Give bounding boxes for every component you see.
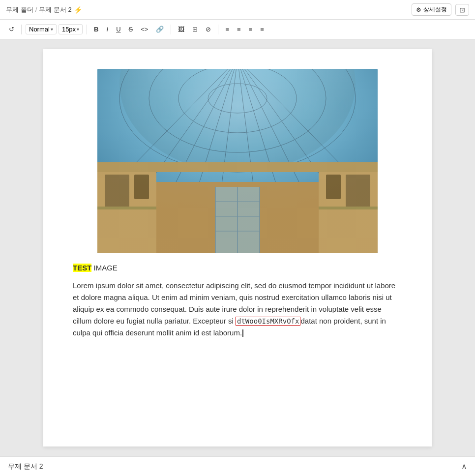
gear-icon: ⚙ (416, 6, 421, 13)
align-right-button[interactable]: ≡ (246, 24, 256, 34)
italic-button[interactable]: I (104, 24, 112, 34)
chevron-down-icon-2: ▾ (77, 27, 79, 32)
bottom-document-title: 무제 문서 2 (8, 462, 43, 471)
document-label[interactable]: 무제 문서 2 (39, 5, 71, 14)
settings-button[interactable]: ⚙ 상세설정 (412, 3, 451, 16)
font-size-select[interactable]: 15px ▾ (59, 24, 83, 34)
bottom-bar: 무제 문서 2 ∧ (0, 456, 475, 476)
editor-image[interactable] (97, 69, 378, 253)
toolbar-separator-4 (218, 25, 218, 34)
editor-wrapper: TEST IMAGE Lorem ipsum dolor sit amet, c… (0, 39, 475, 456)
image-svg (97, 69, 378, 253)
heading-line: TEST IMAGE (73, 262, 402, 274)
breadcrumb: 무제 폴더 / 무제 문서 2 ⚡ (6, 5, 409, 14)
align-justify-button[interactable]: ≡ (257, 24, 267, 34)
link-button[interactable]: 🔗 (153, 24, 167, 34)
undo-button[interactable]: ↺ (6, 24, 17, 34)
editor-content: TEST IMAGE Lorem ipsum dolor sit amet, c… (73, 262, 402, 339)
strikethrough-button[interactable]: S (126, 24, 136, 34)
settings-label: 상세설정 (423, 5, 447, 14)
lightning-icon: ⚡ (74, 6, 82, 14)
inline-code-span: dtWoo0IsMXRvOfx (236, 317, 300, 326)
toolbar-separator-1 (21, 25, 22, 34)
inline-code-button[interactable]: <> (138, 24, 151, 34)
top-bar-actions: ⚙ 상세설정 ⊡ (412, 3, 469, 16)
editor-page[interactable]: TEST IMAGE Lorem ipsum dolor sit amet, c… (43, 49, 432, 446)
highlight-text: TEST (73, 264, 91, 272)
table-button[interactable]: ⊞ (189, 24, 201, 34)
body-text: Lorem ipsum dolor sit amet, consectetur … (73, 280, 402, 339)
image-button[interactable]: 🖼 (175, 24, 187, 34)
toolbar-separator-2 (87, 25, 87, 34)
text-cursor (242, 329, 243, 337)
paragraph-style-value: Normal (29, 26, 50, 33)
underline-button[interactable]: U (113, 24, 123, 34)
paragraph-style-select[interactable]: Normal ▾ (26, 24, 57, 34)
top-bar: 무제 폴더 / 무제 문서 2 ⚡ ⚙ 상세설정 ⊡ (0, 0, 475, 20)
folder-label[interactable]: 무제 폴더 (6, 5, 33, 14)
align-left-button[interactable]: ≡ (222, 24, 232, 34)
chevron-down-icon: ▾ (51, 27, 53, 32)
table-edit-button[interactable]: ⊘ (203, 24, 214, 34)
heading-rest: IMAGE (91, 264, 118, 272)
align-center-button[interactable]: ≡ (234, 24, 244, 34)
export-button[interactable]: ⊡ (455, 4, 469, 16)
toolbar: ↺ Normal ▾ 15px ▾ B I U S <> 🔗 🖼 ⊞ ⊘ ≡ ≡… (0, 20, 475, 39)
bold-button[interactable]: B (91, 24, 101, 34)
breadcrumb-separator: / (35, 6, 37, 13)
toolbar-separator-3 (171, 25, 171, 34)
font-size-value: 15px (62, 26, 76, 33)
chevron-up-icon[interactable]: ∧ (461, 462, 467, 471)
svg-rect-33 (97, 69, 378, 253)
